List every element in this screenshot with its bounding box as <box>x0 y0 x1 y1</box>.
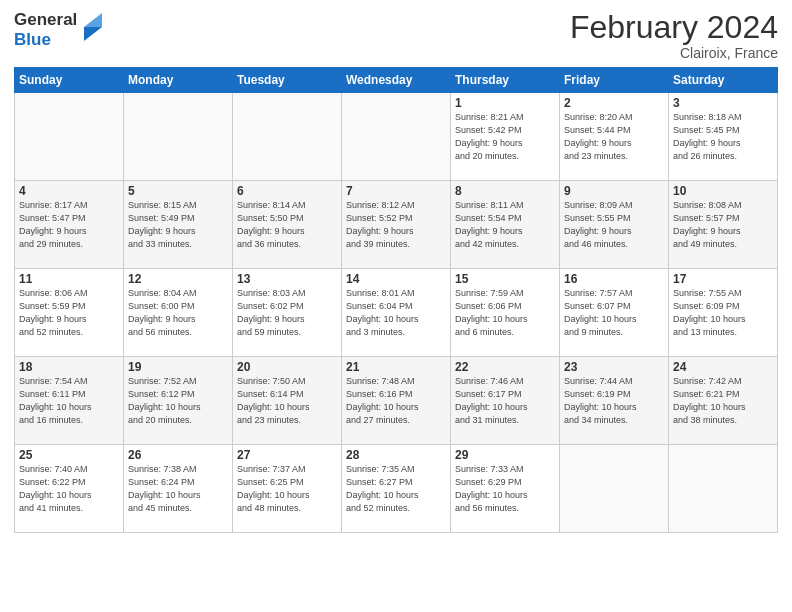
svg-marker-1 <box>84 13 102 27</box>
calendar-cell: 25Sunrise: 7:40 AM Sunset: 6:22 PM Dayli… <box>15 445 124 533</box>
calendar-cell: 26Sunrise: 7:38 AM Sunset: 6:24 PM Dayli… <box>124 445 233 533</box>
calendar-cell <box>342 93 451 181</box>
day-info: Sunrise: 7:46 AM Sunset: 6:17 PM Dayligh… <box>455 375 555 427</box>
weekday-header: Tuesday <box>233 68 342 93</box>
calendar-week-row: 18Sunrise: 7:54 AM Sunset: 6:11 PM Dayli… <box>15 357 778 445</box>
day-info: Sunrise: 8:21 AM Sunset: 5:42 PM Dayligh… <box>455 111 555 163</box>
day-info: Sunrise: 7:42 AM Sunset: 6:21 PM Dayligh… <box>673 375 773 427</box>
calendar-table: SundayMondayTuesdayWednesdayThursdayFrid… <box>14 67 778 533</box>
calendar-cell: 19Sunrise: 7:52 AM Sunset: 6:12 PM Dayli… <box>124 357 233 445</box>
day-number: 1 <box>455 96 555 110</box>
day-number: 10 <box>673 184 773 198</box>
day-number: 7 <box>346 184 446 198</box>
day-info: Sunrise: 8:17 AM Sunset: 5:47 PM Dayligh… <box>19 199 119 251</box>
calendar-cell: 10Sunrise: 8:08 AM Sunset: 5:57 PM Dayli… <box>669 181 778 269</box>
logo-icon <box>80 13 104 43</box>
calendar-cell: 9Sunrise: 8:09 AM Sunset: 5:55 PM Daylig… <box>560 181 669 269</box>
day-number: 19 <box>128 360 228 374</box>
day-info: Sunrise: 7:59 AM Sunset: 6:06 PM Dayligh… <box>455 287 555 339</box>
day-info: Sunrise: 7:38 AM Sunset: 6:24 PM Dayligh… <box>128 463 228 515</box>
day-info: Sunrise: 7:50 AM Sunset: 6:14 PM Dayligh… <box>237 375 337 427</box>
day-info: Sunrise: 8:08 AM Sunset: 5:57 PM Dayligh… <box>673 199 773 251</box>
location: Clairoix, France <box>570 45 778 61</box>
day-number: 18 <box>19 360 119 374</box>
day-number: 3 <box>673 96 773 110</box>
calendar-cell: 5Sunrise: 8:15 AM Sunset: 5:49 PM Daylig… <box>124 181 233 269</box>
calendar-cell: 16Sunrise: 7:57 AM Sunset: 6:07 PM Dayli… <box>560 269 669 357</box>
day-number: 9 <box>564 184 664 198</box>
calendar-cell: 17Sunrise: 7:55 AM Sunset: 6:09 PM Dayli… <box>669 269 778 357</box>
calendar-week-row: 1Sunrise: 8:21 AM Sunset: 5:42 PM Daylig… <box>15 93 778 181</box>
calendar-cell: 1Sunrise: 8:21 AM Sunset: 5:42 PM Daylig… <box>451 93 560 181</box>
day-info: Sunrise: 7:54 AM Sunset: 6:11 PM Dayligh… <box>19 375 119 427</box>
day-info: Sunrise: 7:35 AM Sunset: 6:27 PM Dayligh… <box>346 463 446 515</box>
logo-blue: Blue <box>14 30 77 50</box>
day-number: 23 <box>564 360 664 374</box>
day-info: Sunrise: 8:20 AM Sunset: 5:44 PM Dayligh… <box>564 111 664 163</box>
weekday-header: Saturday <box>669 68 778 93</box>
calendar-cell: 24Sunrise: 7:42 AM Sunset: 6:21 PM Dayli… <box>669 357 778 445</box>
calendar-cell: 21Sunrise: 7:48 AM Sunset: 6:16 PM Dayli… <box>342 357 451 445</box>
day-number: 29 <box>455 448 555 462</box>
calendar-week-row: 4Sunrise: 8:17 AM Sunset: 5:47 PM Daylig… <box>15 181 778 269</box>
calendar-cell <box>15 93 124 181</box>
day-info: Sunrise: 8:06 AM Sunset: 5:59 PM Dayligh… <box>19 287 119 339</box>
day-info: Sunrise: 8:11 AM Sunset: 5:54 PM Dayligh… <box>455 199 555 251</box>
day-info: Sunrise: 8:14 AM Sunset: 5:50 PM Dayligh… <box>237 199 337 251</box>
day-number: 14 <box>346 272 446 286</box>
weekday-header: Thursday <box>451 68 560 93</box>
day-number: 6 <box>237 184 337 198</box>
day-info: Sunrise: 7:33 AM Sunset: 6:29 PM Dayligh… <box>455 463 555 515</box>
calendar-cell: 29Sunrise: 7:33 AM Sunset: 6:29 PM Dayli… <box>451 445 560 533</box>
day-number: 28 <box>346 448 446 462</box>
day-info: Sunrise: 8:15 AM Sunset: 5:49 PM Dayligh… <box>128 199 228 251</box>
page-container: General Blue February 2024 Clairoix, Fra… <box>0 0 792 541</box>
weekday-header-row: SundayMondayTuesdayWednesdayThursdayFrid… <box>15 68 778 93</box>
weekday-header: Sunday <box>15 68 124 93</box>
day-info: Sunrise: 7:55 AM Sunset: 6:09 PM Dayligh… <box>673 287 773 339</box>
day-info: Sunrise: 7:57 AM Sunset: 6:07 PM Dayligh… <box>564 287 664 339</box>
calendar-cell <box>560 445 669 533</box>
day-number: 5 <box>128 184 228 198</box>
calendar-cell <box>124 93 233 181</box>
day-number: 12 <box>128 272 228 286</box>
day-number: 17 <box>673 272 773 286</box>
day-number: 24 <box>673 360 773 374</box>
calendar-cell: 6Sunrise: 8:14 AM Sunset: 5:50 PM Daylig… <box>233 181 342 269</box>
calendar-cell: 11Sunrise: 8:06 AM Sunset: 5:59 PM Dayli… <box>15 269 124 357</box>
day-number: 2 <box>564 96 664 110</box>
day-info: Sunrise: 8:18 AM Sunset: 5:45 PM Dayligh… <box>673 111 773 163</box>
header: General Blue February 2024 Clairoix, Fra… <box>14 10 778 61</box>
calendar-cell: 3Sunrise: 8:18 AM Sunset: 5:45 PM Daylig… <box>669 93 778 181</box>
day-info: Sunrise: 8:09 AM Sunset: 5:55 PM Dayligh… <box>564 199 664 251</box>
calendar-cell: 14Sunrise: 8:01 AM Sunset: 6:04 PM Dayli… <box>342 269 451 357</box>
calendar-cell: 13Sunrise: 8:03 AM Sunset: 6:02 PM Dayli… <box>233 269 342 357</box>
weekday-header: Friday <box>560 68 669 93</box>
day-number: 8 <box>455 184 555 198</box>
day-number: 25 <box>19 448 119 462</box>
calendar-cell: 7Sunrise: 8:12 AM Sunset: 5:52 PM Daylig… <box>342 181 451 269</box>
calendar-week-row: 25Sunrise: 7:40 AM Sunset: 6:22 PM Dayli… <box>15 445 778 533</box>
weekday-header: Wednesday <box>342 68 451 93</box>
day-number: 16 <box>564 272 664 286</box>
day-info: Sunrise: 7:48 AM Sunset: 6:16 PM Dayligh… <box>346 375 446 427</box>
calendar-cell: 15Sunrise: 7:59 AM Sunset: 6:06 PM Dayli… <box>451 269 560 357</box>
calendar-cell: 18Sunrise: 7:54 AM Sunset: 6:11 PM Dayli… <box>15 357 124 445</box>
month-title: February 2024 <box>570 10 778 45</box>
day-info: Sunrise: 8:12 AM Sunset: 5:52 PM Dayligh… <box>346 199 446 251</box>
logo: General Blue <box>14 10 104 49</box>
weekday-header: Monday <box>124 68 233 93</box>
day-number: 26 <box>128 448 228 462</box>
day-info: Sunrise: 7:37 AM Sunset: 6:25 PM Dayligh… <box>237 463 337 515</box>
day-number: 15 <box>455 272 555 286</box>
day-number: 4 <box>19 184 119 198</box>
day-number: 21 <box>346 360 446 374</box>
calendar-cell: 2Sunrise: 8:20 AM Sunset: 5:44 PM Daylig… <box>560 93 669 181</box>
day-info: Sunrise: 8:04 AM Sunset: 6:00 PM Dayligh… <box>128 287 228 339</box>
calendar-cell: 28Sunrise: 7:35 AM Sunset: 6:27 PM Dayli… <box>342 445 451 533</box>
day-info: Sunrise: 7:40 AM Sunset: 6:22 PM Dayligh… <box>19 463 119 515</box>
title-block: February 2024 Clairoix, France <box>570 10 778 61</box>
logo-general: General <box>14 10 77 30</box>
day-info: Sunrise: 7:44 AM Sunset: 6:19 PM Dayligh… <box>564 375 664 427</box>
calendar-cell: 27Sunrise: 7:37 AM Sunset: 6:25 PM Dayli… <box>233 445 342 533</box>
